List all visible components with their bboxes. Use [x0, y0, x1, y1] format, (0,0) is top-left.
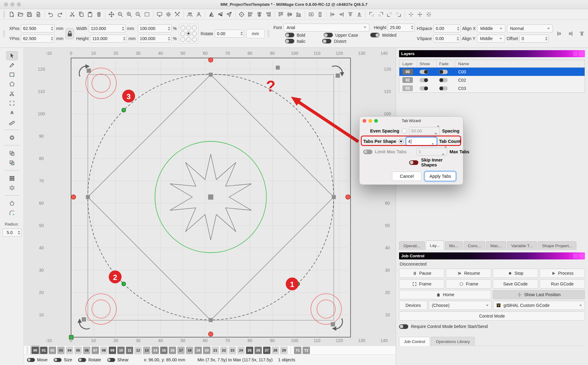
devices-button[interactable]: Devices — [399, 301, 427, 310]
push-left-icon[interactable] — [328, 10, 337, 18]
paste-icon[interactable] — [86, 10, 94, 18]
layer-tab-06[interactable]: 06 — [83, 347, 90, 354]
welded-toggle[interactable] — [370, 33, 379, 37]
text-tool-icon[interactable]: A — [6, 108, 17, 117]
layer-tab-03[interactable]: 03 — [57, 347, 65, 354]
height-input[interactable]: 110.000 — [90, 35, 127, 43]
flip-horizontal-icon[interactable] — [207, 10, 216, 18]
save-file-icon[interactable] — [25, 10, 34, 18]
layer-tab-18[interactable]: 18 — [186, 347, 193, 354]
corner-bottom-left-icon[interactable] — [385, 10, 394, 18]
crosshair-dots-icon[interactable] — [424, 10, 433, 18]
panel-close-icon[interactable] — [579, 52, 583, 56]
panel-tab-mo[interactable]: Mo... — [445, 241, 463, 250]
panel-tab-lay[interactable]: Lay... — [426, 240, 444, 250]
ypos-input[interactable]: 62.500 — [21, 35, 55, 43]
column-show[interactable]: Show — [417, 60, 437, 67]
tabs-per-shape-radio[interactable] — [399, 139, 404, 144]
window-minimize-button[interactable] — [10, 2, 14, 6]
frame-tool-icon[interactable] — [6, 99, 17, 107]
rotate-toggle[interactable] — [78, 358, 86, 362]
home-button[interactable]: Home — [399, 290, 491, 299]
cut-icon[interactable] — [68, 10, 77, 18]
even-spacing-radio[interactable] — [402, 128, 407, 133]
units-button[interactable]: mm — [246, 29, 264, 38]
max-tabs-input[interactable]: 1 — [417, 148, 447, 156]
postprocessor-select[interactable]: grblHAL Custom GCode — [493, 301, 585, 310]
layer-number-chip[interactable]: 02 — [402, 77, 413, 83]
frame-circle-button[interactable]: Frame — [446, 279, 491, 289]
push-top-icon[interactable] — [346, 10, 355, 18]
dialog-titlebar[interactable]: Tab Wizard — [360, 117, 463, 125]
device-select[interactable]: (Choose) — [429, 301, 492, 310]
layer-tab-23[interactable]: 23 — [229, 347, 236, 354]
align-center-horizontal-icon[interactable] — [255, 10, 264, 18]
resume-button[interactable]: Resume — [446, 269, 491, 278]
window-zoom-button[interactable] — [17, 2, 21, 6]
transform-mode-shear[interactable]: Shear — [107, 357, 129, 362]
layer-tab-20[interactable]: 20 — [203, 347, 210, 354]
send-job-icon[interactable] — [225, 10, 233, 18]
push-right-icon[interactable] — [337, 10, 346, 18]
corner-top-left-icon[interactable] — [368, 10, 376, 18]
corner-bottom-right-icon[interactable] — [394, 10, 403, 18]
aligny-select[interactable]: Middle — [477, 35, 505, 43]
size-toggle[interactable] — [54, 358, 62, 362]
align-bottom-icon[interactable] — [294, 10, 303, 18]
window-close-button[interactable] — [4, 2, 8, 6]
layer-tab-19[interactable]: 19 — [194, 347, 202, 354]
zoom-out-icon[interactable] — [134, 10, 142, 18]
vspace-input[interactable]: 0.00 — [433, 35, 460, 43]
measure-tool-icon[interactable] — [6, 118, 17, 126]
limit-max-tabs-toggle[interactable] — [363, 150, 372, 154]
cancel-button[interactable]: Cancel — [392, 172, 421, 181]
panel-float-icon[interactable] — [573, 52, 577, 56]
layer-number-chip[interactable]: 00 — [402, 69, 413, 75]
rectangle-tool-icon[interactable] — [6, 70, 17, 79]
node-align-right-icon[interactable] — [566, 29, 575, 38]
aspect-lock-button[interactable] — [66, 28, 74, 39]
column-fade[interactable]: Fade — [437, 60, 455, 67]
layer-tab-15[interactable]: 15 — [160, 347, 168, 354]
layer-tab-26[interactable]: 26 — [254, 347, 262, 354]
weld-node-icon[interactable] — [578, 29, 586, 38]
save-gcode-button[interactable]: Save GCode — [493, 279, 538, 289]
italic-toggle[interactable] — [285, 39, 294, 43]
copy-icon[interactable] — [77, 10, 85, 18]
layer-show-toggle[interactable] — [420, 78, 428, 82]
fillet-tool-icon[interactable] — [6, 209, 17, 217]
panel-tab-operati[interactable]: Operati... — [399, 241, 425, 250]
polygon-tool-icon[interactable] — [6, 80, 17, 88]
panel-close-icon[interactable] — [579, 254, 583, 258]
layer-tab-17[interactable]: 17 — [177, 347, 185, 354]
tabbar-grip[interactable] — [26, 347, 28, 354]
dock-tab-job-control[interactable]: Job Control — [399, 337, 430, 346]
layer-tab-12[interactable]: 12 — [134, 347, 142, 354]
style-select[interactable]: Normal — [507, 24, 553, 32]
font-select[interactable]: Arial — [284, 24, 369, 32]
radius-input[interactable]: 5.0 — [2, 229, 21, 237]
column-layer[interactable]: Layer — [399, 60, 417, 67]
dialog-minimize-button[interactable] — [368, 119, 372, 123]
layer-tab-11[interactable]: 11 — [126, 347, 133, 354]
layer-tab-16[interactable]: 16 — [169, 347, 176, 354]
layer-tab-24[interactable]: 24 — [237, 347, 245, 354]
transform-mode-move[interactable]: Move — [27, 357, 47, 362]
open-file-icon[interactable] — [16, 10, 25, 18]
transform-mode-rotate[interactable]: Rotate — [78, 357, 101, 362]
show-last-position-button[interactable]: Show Last Position — [493, 290, 585, 299]
panel-drag-handle[interactable]: · · · · · · — [399, 250, 585, 252]
layer-tab-29[interactable]: 29 — [280, 347, 288, 354]
align-top-icon[interactable] — [277, 10, 285, 18]
spacing-input[interactable]: 50.00 — [409, 127, 440, 135]
layer-tab-22[interactable]: 22 — [220, 347, 228, 354]
cut-path-icon[interactable] — [6, 89, 17, 98]
node-edit-icon[interactable] — [6, 199, 17, 208]
layer-tab-09[interactable]: 09 — [109, 347, 116, 354]
xpos-input[interactable]: 62.500 — [21, 24, 55, 32]
boolean-subtract-icon[interactable] — [6, 158, 17, 167]
stop-button[interactable]: Stop — [493, 269, 538, 278]
panel-tab-variablet[interactable]: Variable T... — [507, 241, 537, 250]
hspace-input[interactable]: 0.00 — [434, 24, 461, 32]
corner-top-right-icon[interactable] — [376, 10, 385, 18]
